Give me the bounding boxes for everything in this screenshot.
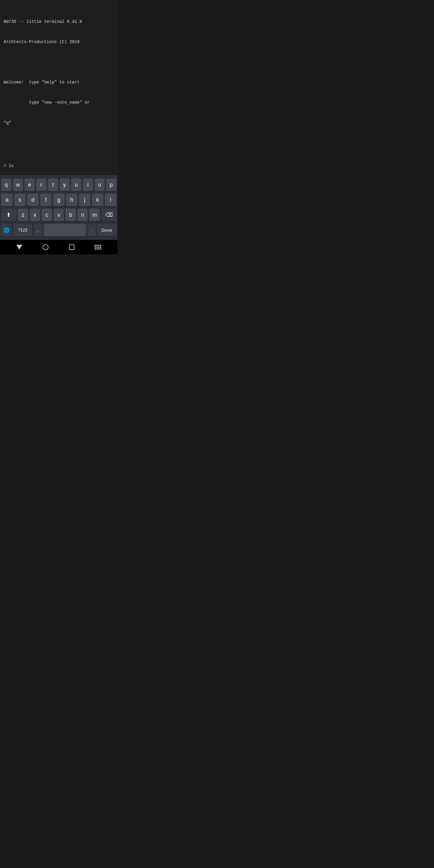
header-line-2: Archtects-Productions (C) 2018	[4, 38, 114, 45]
key-g[interactable]: g	[53, 193, 64, 206]
welcome-line-1: Welcome! type "help" to start	[4, 79, 114, 86]
key-x[interactable]: x	[30, 209, 40, 221]
backspace-key[interactable]: ⌫	[101, 209, 116, 221]
key-o[interactable]: o	[95, 179, 105, 191]
welcome-line-3: "q"	[4, 120, 114, 126]
key-l[interactable]: l	[105, 193, 116, 206]
key-d[interactable]: d	[27, 193, 38, 206]
key-k[interactable]: k	[92, 193, 103, 206]
period-label: .	[91, 227, 92, 232]
prompt-command: ls	[8, 162, 13, 169]
key-q[interactable]: q	[1, 179, 11, 191]
shift-icon: ⬆	[6, 212, 11, 218]
key-a[interactable]: a	[1, 193, 13, 206]
keyboard-row-3: ⬆ z x c v b n m ⌫	[1, 209, 116, 221]
keyboard-row-bottom: 🌐 ?123 , . Done	[1, 224, 116, 236]
numbers-label: ?123	[18, 227, 27, 232]
key-s[interactable]: s	[14, 193, 26, 206]
home-button[interactable]	[42, 244, 49, 250]
terminal-prompt: > ls	[4, 162, 114, 169]
key-y[interactable]: y	[60, 179, 70, 191]
key-z[interactable]: z	[18, 209, 28, 221]
back-button[interactable]	[16, 245, 22, 250]
terminal-output[interactable]: N0735 -- little terminal 0.41.0 Archtect…	[0, 0, 118, 176]
key-i[interactable]: i	[83, 179, 93, 191]
emoji-icon: 🌐	[4, 227, 10, 233]
comma-key[interactable]: ,	[34, 224, 42, 236]
key-f[interactable]: f	[40, 193, 52, 206]
key-m[interactable]: m	[89, 209, 100, 221]
navigation-bar	[0, 240, 118, 254]
keyboard-row-2: a s d f g h j k l	[1, 193, 116, 206]
done-label: Done	[101, 227, 113, 233]
key-p[interactable]: p	[106, 179, 116, 191]
keyboard-icon	[95, 245, 101, 250]
key-h[interactable]: h	[66, 193, 78, 206]
key-c[interactable]: c	[41, 209, 52, 221]
recents-button[interactable]	[69, 244, 74, 250]
keyboard-button[interactable]	[95, 245, 101, 250]
keyboard: q w e r t y u i o p a s d f g h j k l ⬆ …	[0, 176, 118, 240]
welcome-line-2: type "new -note_name" or	[4, 99, 114, 106]
key-r[interactable]: r	[36, 179, 46, 191]
key-t[interactable]: t	[48, 179, 58, 191]
comma-label: ,	[37, 227, 38, 232]
key-w[interactable]: w	[13, 179, 23, 191]
numbers-key[interactable]: ?123	[13, 224, 32, 236]
key-n[interactable]: n	[78, 209, 88, 221]
key-b[interactable]: b	[65, 209, 76, 221]
backspace-icon: ⌫	[105, 212, 113, 218]
key-e[interactable]: e	[24, 179, 35, 191]
period-key[interactable]: .	[87, 224, 96, 236]
prompt-symbol: >	[4, 162, 6, 169]
header-line-1: N0735 -- little terminal 0.41.0	[4, 19, 114, 25]
shift-key[interactable]: ⬆	[1, 209, 16, 221]
done-key[interactable]: Done	[97, 224, 116, 236]
key-u[interactable]: u	[71, 179, 82, 191]
key-v[interactable]: v	[54, 209, 64, 221]
keyboard-row-1: q w e r t y u i o p	[1, 179, 116, 191]
emoji-key[interactable]: 🌐	[1, 224, 12, 236]
space-key[interactable]	[44, 224, 86, 236]
key-j[interactable]: j	[79, 193, 90, 206]
